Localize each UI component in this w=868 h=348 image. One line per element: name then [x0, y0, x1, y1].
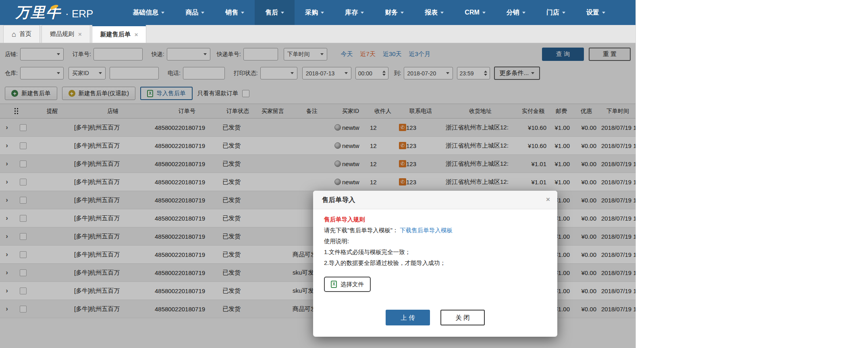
nav-item-设置[interactable]: 设置	[576, 0, 616, 25]
tab-label: 赠品规则	[50, 30, 74, 38]
close-icon[interactable]: ×	[78, 31, 82, 38]
nav-item-库存[interactable]: 库存	[334, 0, 374, 25]
tab-赠品规则[interactable]: 赠品规则×	[42, 25, 90, 43]
nav-item-基础信息[interactable]: 基础信息	[122, 0, 175, 25]
usage-title: 使用说明:	[324, 236, 546, 247]
nav-item-分销[interactable]: 分销	[496, 0, 536, 25]
download-line: 请先下载"售后单导入模板"： 下载售后单导入模板	[324, 225, 546, 236]
tab-新建售后单[interactable]: 新建售后单×	[92, 25, 147, 43]
nav-item-label: 财务	[385, 8, 398, 17]
download-prefix: 请先下载"售后单导入模板"：	[324, 227, 398, 233]
nav-menu: 基础信息商品销售售后采购库存财务报表CRM分销门店设置	[122, 0, 615, 25]
chevron-down-icon	[401, 12, 404, 14]
import-aftersale-modal: 售后单导入 × 售后单导入规则 请先下载"售后单导入模板"： 下载售后单导入模板…	[313, 191, 557, 337]
nav-item-label: 库存	[345, 8, 358, 17]
nav-item-label: 售后	[265, 8, 278, 17]
modal-header: 售后单导入	[313, 191, 557, 209]
nav-item-label: 设置	[586, 8, 599, 17]
nav-item-报表[interactable]: 报表	[414, 0, 454, 25]
tab-首页[interactable]: ⌂首页	[3, 25, 40, 43]
nav-item-label: 门店	[546, 8, 559, 17]
nav-item-采购[interactable]: 采购	[295, 0, 334, 25]
import-rule-title: 售后单导入规则	[324, 214, 546, 225]
nav-item-销售[interactable]: 销售	[215, 0, 255, 25]
modal-title: 售后单导入	[322, 196, 355, 204]
nav-item-CRM[interactable]: CRM	[454, 0, 496, 25]
close-icon[interactable]: ×	[546, 196, 550, 204]
nav-item-label: 分销	[507, 8, 519, 17]
modal-body: 售后单导入规则 请先下载"售后单导入模板"： 下载售后单导入模板 使用说明: 1…	[313, 209, 557, 325]
nav-item-售后[interactable]: 售后	[255, 0, 295, 25]
nav-item-财务[interactable]: 财务	[374, 0, 414, 25]
nav-item-label: CRM	[465, 9, 479, 16]
upload-button[interactable]: 上 传	[386, 310, 430, 325]
usage-line: 1.文件格式必须与模板完全一致；	[324, 247, 546, 258]
nav-item-门店[interactable]: 门店	[536, 0, 576, 25]
top-nav-bar: 万里牛 · ERP 基础信息商品销售售后采购库存财务报表CRM分销门店设置	[0, 0, 635, 25]
tab-label: 新建售后单	[100, 31, 131, 38]
chevron-down-icon	[321, 12, 324, 14]
nav-item-label: 报表	[425, 8, 438, 17]
tab-label: 首页	[19, 30, 31, 38]
nav-item-label: 基础信息	[133, 8, 158, 17]
chevron-down-icon	[241, 12, 244, 14]
home-icon: ⌂	[12, 31, 16, 38]
chevron-down-icon	[201, 12, 204, 14]
close-icon[interactable]: ×	[135, 31, 138, 38]
chevron-down-icon	[602, 12, 605, 14]
nav-item-label: 商品	[185, 8, 198, 17]
chevron-down-icon	[361, 12, 364, 14]
choose-file-button[interactable]: 选择文件	[324, 277, 371, 292]
nav-item-label: 销售	[225, 8, 238, 17]
chevron-down-icon	[522, 12, 525, 14]
tab-content-area: 店铺: 订单号: 快递: 快递单号: 下单时间 今天近7天近3	[0, 43, 635, 348]
chevron-down-icon	[281, 12, 284, 14]
usage-lines: 1.文件格式必须与模板完全一致；2.导入的数据要全部通过校验，才能导入成功；	[324, 247, 546, 269]
erp-app-window: 万里牛 · ERP 基础信息商品销售售后采购库存财务报表CRM分销门店设置 ⌂首…	[0, 0, 636, 348]
modal-footer: 上 传 关 闭	[324, 310, 546, 325]
download-template-link[interactable]: 下载售后单导入模板	[400, 227, 453, 233]
nav-item-商品[interactable]: 商品	[175, 0, 215, 25]
choose-file-label: 选择文件	[341, 281, 364, 288]
nav-item-label: 采购	[305, 8, 318, 17]
chevron-down-icon	[161, 12, 164, 14]
brand-logo: 万里牛 · ERP	[15, 3, 93, 23]
brand-logo-suffix: · ERP	[65, 8, 93, 20]
chevron-down-icon	[562, 12, 565, 14]
usage-line: 2.导入的数据要全部通过校验，才能导入成功；	[324, 258, 546, 269]
chevron-down-icon	[482, 12, 486, 14]
excel-file-icon	[331, 281, 337, 288]
close-button[interactable]: 关 闭	[440, 310, 485, 325]
chevron-down-icon	[440, 12, 444, 14]
tab-bar: ⌂首页赠品规则×新建售后单×	[0, 25, 635, 43]
